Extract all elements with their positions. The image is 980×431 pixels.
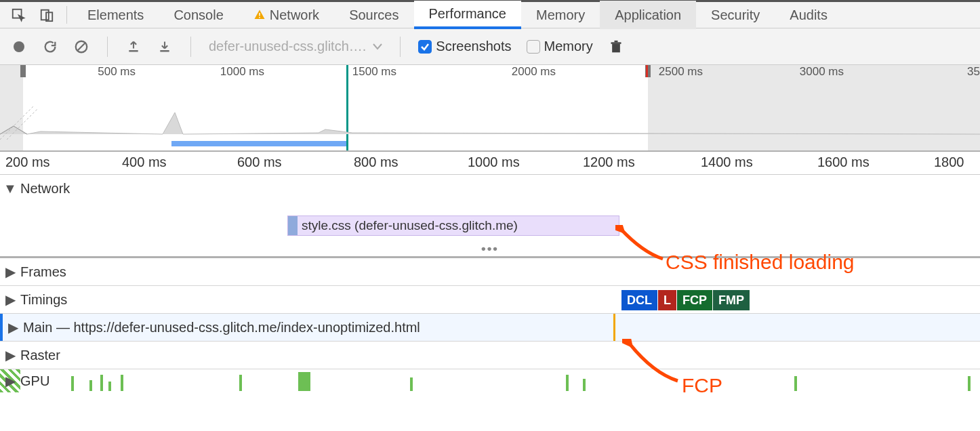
gpu-task [583, 379, 586, 391]
gpu-task [566, 375, 569, 391]
gpu-task [108, 382, 111, 391]
tab-audits[interactable]: Audits [775, 1, 842, 29]
badge-dcl[interactable]: DCL [621, 290, 658, 310]
tab-label: Sources [349, 1, 399, 29]
tab-performance[interactable]: Performance [414, 1, 522, 29]
overview-marker-red [646, 65, 648, 77]
badge-fmp[interactable]: FMP [713, 290, 750, 310]
disclosure-down-icon: ▼ [5, 184, 15, 193]
checkbox-label: Screenshots [436, 39, 511, 54]
tab-label: Audits [790, 1, 828, 29]
track-header-gpu[interactable]: ▶ GPU [0, 369, 980, 392]
overview-plot [0, 99, 980, 140]
tab-console[interactable]: Console [159, 1, 238, 29]
tab-security[interactable]: Security [696, 1, 775, 29]
devtools-tabstrip: Elements Console Network Sources Perform… [0, 0, 980, 28]
badge-load[interactable]: L [658, 290, 677, 310]
track-header-timings[interactable]: ▶ Timings DCL L FCP FMP [0, 286, 980, 313]
overview-timeline[interactable]: 500 ms 1000 ms 1500 ms 2000 ms 2500 ms 3… [0, 65, 980, 152]
separator [66, 6, 67, 24]
track-label: Network [20, 181, 70, 197]
overview-tick: 3000 ms [800, 65, 844, 79]
track-timings: ▶ Timings DCL L FCP FMP [0, 286, 980, 314]
reload-button[interactable] [42, 39, 58, 55]
load-profile-button[interactable] [125, 39, 142, 55]
checkbox-icon [418, 40, 432, 54]
overview-tick: 35 [967, 65, 980, 79]
gpu-task [89, 380, 92, 391]
annotation-fcp: FCP [682, 374, 722, 397]
tab-network[interactable]: Network [239, 1, 334, 29]
tab-label: Application [615, 1, 681, 29]
tab-label: Elements [87, 1, 144, 29]
track-header-raster[interactable]: ▶ Raster [0, 342, 980, 369]
tab-elements[interactable]: Elements [73, 1, 159, 29]
separator [107, 37, 108, 57]
device-toggle-icon[interactable] [33, 1, 61, 29]
chevron-down-icon [373, 43, 382, 50]
clear-button[interactable] [73, 39, 89, 55]
svg-rect-12 [614, 40, 617, 42]
overview-tick: 1500 ms [352, 65, 396, 79]
separator [190, 37, 191, 57]
tab-label: Console [173, 1, 223, 29]
tracks-container: ▼ Network style.css (defer-unused-css.gl… [0, 175, 980, 392]
checkbox-label: Memory [544, 39, 593, 54]
ruler-tick: 200 ms [5, 155, 50, 170]
overview-tick: 2500 ms [659, 65, 703, 79]
ruler-tick: 1200 ms [583, 155, 635, 170]
svg-point-5 [14, 41, 24, 52]
overview-tick: 2000 ms [512, 65, 556, 79]
ruler-tick: 1400 ms [701, 155, 753, 170]
gpu-task [410, 377, 413, 391]
ruler-tick: 600 ms [237, 155, 282, 170]
inspect-icon[interactable] [4, 1, 33, 29]
warning-icon [253, 9, 266, 21]
tab-sources[interactable]: Sources [334, 1, 413, 29]
gpu-task [968, 376, 971, 391]
more-indicator: ••• [481, 241, 499, 256]
ruler-tick: 800 ms [354, 155, 399, 170]
gpu-task [100, 375, 103, 391]
svg-rect-9 [160, 50, 169, 52]
network-request-bar[interactable]: style.css (defer-unused-css.glitch.me) [287, 216, 619, 236]
timing-badges: DCL L FCP FMP [621, 290, 750, 310]
tab-label: Performance [429, 0, 507, 28]
save-profile-button[interactable] [157, 39, 173, 55]
track-main: ▶ Main — https://defer-unused-css.glitch… [0, 314, 980, 342]
overview-load-bar [171, 141, 346, 146]
tab-memory[interactable]: Memory [521, 1, 600, 29]
record-button[interactable] [11, 39, 27, 55]
gc-button[interactable] [608, 39, 624, 55]
overview-handle-left[interactable] [20, 65, 26, 77]
overview-tick: 500 ms [98, 65, 136, 79]
memory-checkbox[interactable]: Memory [527, 39, 593, 54]
track-label: Frames [20, 264, 66, 280]
tab-label: Network [270, 1, 319, 29]
svg-line-13 [0, 106, 34, 140]
svg-rect-1 [41, 10, 49, 20]
gpu-task [239, 375, 242, 391]
track-label: GPU [20, 373, 49, 389]
request-wait-segment [288, 216, 298, 235]
disclosure-right-icon: ▶ [8, 323, 18, 332]
svg-rect-8 [129, 50, 138, 52]
gpu-task [71, 376, 74, 391]
main-label-prefix: Main — [23, 320, 73, 335]
network-lane[interactable]: style.css (defer-unused-css.glitch.me) •… [0, 202, 980, 256]
track-header-network[interactable]: ▼ Network [0, 175, 980, 202]
badge-fcp[interactable]: FCP [677, 290, 713, 310]
track-label: Timings [20, 292, 67, 308]
disclosure-right-icon: ▶ [5, 295, 15, 304]
separator [400, 37, 401, 57]
track-raster: ▶ Raster [0, 342, 980, 369]
disclosure-right-icon: ▶ [5, 350, 15, 360]
track-header-main[interactable]: ▶ Main — https://defer-unused-css.glitch… [0, 314, 980, 341]
session-label: defer-unused-css.glitch…. [209, 39, 366, 54]
session-selector[interactable]: defer-unused-css.glitch…. [209, 39, 382, 54]
detail-ruler[interactable]: 200 ms 400 ms 600 ms 800 ms 1000 ms 1200… [0, 152, 980, 175]
tab-label: Memory [536, 1, 585, 29]
screenshots-checkbox[interactable]: Screenshots [418, 39, 511, 54]
overview-tick: 1000 ms [220, 65, 264, 79]
tab-application[interactable]: Application [600, 1, 696, 29]
